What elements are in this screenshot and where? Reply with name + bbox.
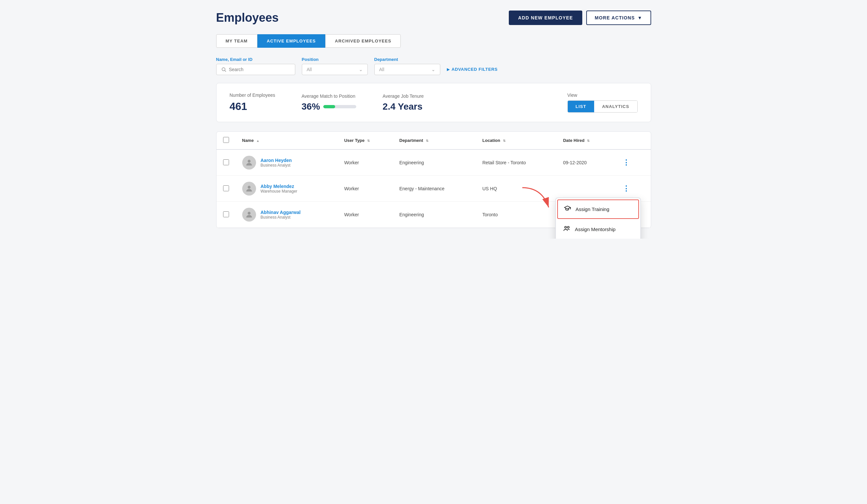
avatar [242,182,256,196]
row-actions-button[interactable]: ⋮ [620,183,633,194]
list-view-button[interactable]: LIST [568,101,594,112]
page-header: Employees ADD NEW EMPLOYEE MORE ACTIONS … [216,11,651,25]
employee-count-value: 461 [230,100,276,112]
tenure-label: Average Job Tenure [383,94,424,99]
department-filter-label: Department [374,57,440,62]
select-all-checkbox[interactable] [223,137,229,143]
row-checkbox-cell [216,176,236,202]
chevron-down-icon: ⌄ [431,67,435,72]
employee-name-cell: Aaron Heyden Business Analyst [236,150,338,176]
employee-count-stat: Number of Employees 461 [230,92,276,112]
graduation-icon [564,205,571,213]
row-checkbox[interactable] [223,185,229,191]
view-label: View [567,92,638,98]
employee-name-cell: Abhinav Aggarwal Business Analyst [236,202,338,228]
col-header-name[interactable]: Name ▲ [236,132,338,150]
stats-card: Number of Employees 461 Average Match to… [216,83,651,122]
add-employee-button[interactable]: ADD NEW EMPLOYEE [509,11,582,25]
view-toggle: LIST ANALYTICS [567,100,638,112]
employee-name[interactable]: Aaron Heyden [261,158,292,163]
view-toggle-group: View LIST ANALYTICS [567,92,638,112]
tabs-container: MY TEAM ACTIVE EMPLOYEES ARCHIVED EMPLOY… [216,34,651,48]
department-cell: Energy - Maintenance [393,176,476,202]
svg-point-6 [565,227,566,229]
name-search-wrapper [216,64,295,75]
row-checkbox[interactable] [223,159,229,165]
col-header-user-type[interactable]: User Type ⇅ [338,132,393,150]
employee-name-cell: Abby Melendez Warehouse Manager [236,176,338,202]
sort-icon-name: ▲ [256,139,260,143]
col-header-department[interactable]: Department ⇅ [393,132,476,150]
svg-point-7 [567,227,569,229]
chevron-down-icon: ▼ [638,15,643,20]
select-all-cell [216,132,236,150]
sort-icon-location: ⇅ [503,139,505,143]
employees-table-container: Name ▲ User Type ⇅ Department ⇅ Location… [216,131,651,228]
match-stat: Average Match to Position 36% [301,94,356,112]
mentorship-icon [563,225,570,234]
row-checkbox[interactable] [223,211,229,217]
avatar [242,156,256,169]
table-row: Aaron Heyden Business Analyst Worker Eng… [216,150,651,176]
employee-title: Warehouse Manager [261,189,298,194]
employee-name[interactable]: Abby Melendez [261,184,298,189]
row-checkbox-cell [216,202,236,228]
context-menu: Assign Training Assign Mentorship [555,198,641,239]
employee-title: Business Analyst [261,215,301,220]
table-header-row: Name ▲ User Type ⇅ Department ⇅ Location… [216,132,651,150]
date-hired-cell: 09-12-2020 [557,150,613,176]
chevron-right-icon: ▸ [447,66,450,73]
row-actions-button[interactable]: ⋮ [620,157,633,168]
tab-my-team[interactable]: MY TEAM [216,34,257,48]
svg-point-4 [247,212,250,215]
match-value: 36% [301,101,320,112]
svg-line-1 [225,70,226,72]
avatar [242,208,256,221]
page-title: Employees [216,11,279,25]
col-header-location[interactable]: Location ⇅ [476,132,557,150]
context-menu-item-assign-training[interactable]: Assign Training [557,199,639,219]
filters-row: Name, Email or ID Position All ⌄ Departm… [216,57,651,75]
position-select[interactable]: All ⌄ [302,64,368,75]
match-progress-fill [323,105,335,108]
department-filter-group: Department All ⌄ [374,57,440,75]
location-cell: Retail Store - Toronto [476,150,557,176]
tenure-stat: Average Job Tenure 2.4 Years [383,94,424,112]
tab-active-employees[interactable]: ACTIVE EMPLOYEES [257,34,325,48]
search-icon [221,67,226,72]
user-type-cell: Worker [338,176,393,202]
user-type-cell: Worker [338,150,393,176]
svg-point-0 [222,68,225,71]
employee-name[interactable]: Abhinav Aggarwal [261,210,301,215]
context-menu-item-assign-mentorship[interactable]: Assign Mentorship [556,219,640,239]
row-actions-cell: ⋮ [613,150,651,176]
position-filter-group: Position All ⌄ [302,57,368,75]
sort-icon-date-hired: ⇅ [587,139,590,143]
advanced-filters-button[interactable]: ▸ ADVANCED FILTERS [447,66,498,75]
name-filter-label: Name, Email or ID [216,57,295,62]
svg-point-2 [247,160,250,163]
user-type-cell: Worker [338,202,393,228]
col-header-actions [613,132,651,150]
row-checkbox-cell [216,150,236,176]
col-header-date-hired[interactable]: Date Hired ⇅ [557,132,613,150]
tenure-value: 2.4 Years [383,101,424,112]
sort-icon-department: ⇅ [426,139,428,143]
assign-mentorship-label: Assign Mentorship [575,227,616,232]
position-filter-label: Position [302,57,368,62]
tab-archived-employees[interactable]: ARCHIVED EMPLOYEES [325,34,401,48]
employee-title: Business Analyst [261,163,292,167]
search-input[interactable] [229,67,290,72]
more-actions-button[interactable]: MORE ACTIONS ▼ [586,11,651,25]
location-cell: Toronto [476,202,557,228]
svg-point-3 [247,186,250,189]
sort-icon-user-type: ⇅ [367,139,370,143]
chevron-down-icon: ⌄ [359,67,363,72]
match-label: Average Match to Position [301,94,356,99]
header-buttons: ADD NEW EMPLOYEE MORE ACTIONS ▼ [509,11,651,25]
department-cell: Engineering [393,202,476,228]
department-select[interactable]: All ⌄ [374,64,440,75]
department-cell: Engineering [393,150,476,176]
location-cell: US HQ [476,176,557,202]
analytics-view-button[interactable]: ANALYTICS [594,101,637,112]
